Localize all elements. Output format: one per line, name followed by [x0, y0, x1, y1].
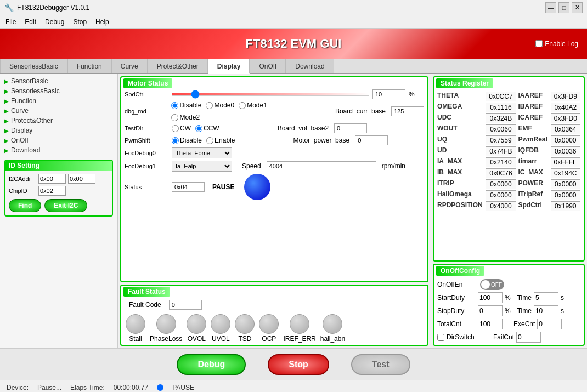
speed-input[interactable]: [267, 161, 376, 171]
radio-pwm-disable-input[interactable]: [172, 137, 179, 144]
radio-pwm-disable[interactable]: Disable: [172, 137, 202, 144]
spdctrl-value[interactable]: [372, 89, 405, 99]
speed-label: Speed: [242, 162, 261, 170]
sidebar-item-display[interactable]: ▶ Display: [2, 126, 115, 135]
fault-iref-err: IREF_ERR: [283, 314, 315, 343]
menu-edit[interactable]: Edit: [25, 18, 36, 26]
onoff-config-title: OnOffConfig: [436, 266, 484, 276]
radio-mode0-input[interactable]: [206, 102, 213, 109]
status-value[interactable]: [172, 182, 205, 192]
radio-pwm-enable-input[interactable]: [206, 137, 213, 144]
tab-function[interactable]: Function: [67, 59, 111, 73]
sidebar-item-download[interactable]: ▶ Download: [2, 145, 115, 155]
start-time-label: Time: [517, 294, 532, 302]
device-value: Pause...: [37, 384, 61, 391]
status-bar: Device: Pause... Elaps Time: 00:00:00.77…: [0, 380, 587, 392]
sidebar-item-curve[interactable]: ▶ Curve: [2, 106, 115, 116]
title-bar: 🔧 FT8132Debugger V1.0.1 — □ ✕: [0, 0, 587, 15]
reg-timarr-value: 0xFFFE: [551, 157, 580, 167]
motor-power-input[interactable]: [355, 135, 388, 145]
chip-id-input[interactable]: [38, 186, 66, 196]
focdebug0-select[interactable]: Theta_Eome Ia_Ealp: [172, 147, 232, 158]
reg-spdctrl-label: SpdCtrl: [518, 201, 549, 211]
fault-inner: Fault Code: [121, 298, 427, 314]
radio-cw[interactable]: CW: [172, 124, 191, 132]
start-duty-input[interactable]: [478, 292, 503, 303]
radio-ccw[interactable]: CCW: [195, 124, 219, 132]
total-cnt-input[interactable]: [478, 319, 503, 329]
fault-uvol: UVOL: [211, 314, 230, 343]
radio-ccw-input[interactable]: [195, 125, 202, 132]
menu-stop[interactable]: Stop: [73, 18, 87, 26]
radio-mode2-input[interactable]: [171, 114, 178, 121]
tab-onoff[interactable]: OnOff: [250, 59, 286, 73]
reg-rpdposition-value: 0x4000: [486, 201, 516, 211]
board-curr-input[interactable]: [391, 106, 424, 116]
sidebar-item-sensor-basic[interactable]: ▶ SensorBasic: [2, 76, 115, 86]
fault-label-hall-abn: hall_abn: [320, 335, 345, 343]
close-button[interactable]: ✕: [572, 2, 583, 13]
reg-ic-max-value: 0x194C: [551, 168, 580, 178]
radio-mode0[interactable]: Mode0: [206, 101, 234, 109]
status-text: PAUSE: [172, 384, 194, 391]
reg-ia-max-value: 0x2140: [486, 157, 516, 167]
sidebar-item-protect-other[interactable]: ▶ Protect&Other: [2, 116, 115, 126]
radio-mode2[interactable]: Mode2: [171, 113, 200, 121]
tab-display[interactable]: Display: [208, 59, 250, 74]
enable-log-checkbox[interactable]: [535, 40, 543, 47]
board-vol-input[interactable]: [334, 123, 367, 133]
test-button[interactable]: Test: [351, 354, 410, 375]
tab-protect-other[interactable]: Protect&Other: [148, 59, 208, 73]
radio-mode1-input[interactable]: [239, 102, 246, 109]
reg-ia-max-label: IA_MAX: [437, 157, 483, 167]
stop-time-input[interactable]: [534, 305, 558, 316]
minimize-button[interactable]: —: [545, 2, 556, 13]
menu-file[interactable]: File: [5, 18, 16, 26]
fault-circle-phase-loss: [156, 314, 176, 334]
sidebar-label-onoff: OnOff: [11, 137, 29, 144]
id-setting-box: ID Setting I2CAddr ChipID Find Exit I2C: [4, 160, 113, 217]
menu-help[interactable]: Help: [95, 18, 109, 26]
debug-button[interactable]: Debug: [177, 354, 246, 375]
start-duty-unit: %: [505, 294, 511, 302]
focdebug1-select[interactable]: Ia_Ealp Theta_Eome: [172, 161, 232, 172]
reg-grid: THETA 0x0CC7 IAAREF 0x3FD9 OMEGA 0x1116 …: [434, 89, 584, 213]
radio-disable-input[interactable]: [171, 102, 178, 109]
total-cnt-label: TotalCnt: [437, 320, 476, 328]
fault-lights: Stall PhaseLoss OVOL UVOL: [121, 314, 427, 345]
radio-disable[interactable]: Disable: [171, 101, 201, 109]
fail-cnt-input[interactable]: [516, 332, 541, 343]
tab-curve[interactable]: Curve: [111, 59, 148, 73]
menu-debug[interactable]: Debug: [45, 18, 64, 26]
i2c-addr-input1[interactable]: [38, 174, 66, 184]
sidebar-item-onoff[interactable]: ▶ OnOff: [2, 135, 115, 145]
expand-icon3: ▶: [4, 98, 9, 104]
start-duty-label: StartDuty: [437, 294, 476, 302]
i2c-addr-input2[interactable]: [68, 174, 95, 184]
expand-icon7: ▶: [4, 138, 9, 144]
radio-cw-input[interactable]: [172, 125, 179, 132]
onoff-config-header: OnOffConfig: [434, 265, 584, 277]
sidebar-item-function[interactable]: ▶ Function: [2, 96, 115, 106]
stop-duty-input[interactable]: [478, 305, 503, 316]
exe-cnt-input[interactable]: [537, 319, 562, 329]
title-bar-controls[interactable]: — □ ✕: [545, 2, 583, 13]
onoff-toggle[interactable]: OFF: [480, 279, 504, 290]
pwmshift-radios: Disable Enable: [172, 137, 235, 144]
maximize-button[interactable]: □: [558, 2, 569, 13]
start-time-input[interactable]: [534, 292, 558, 303]
tab-sensorless-basic[interactable]: SensorlessBasic: [0, 59, 67, 73]
fault-code-input[interactable]: [169, 300, 202, 310]
dir-switch-checkbox[interactable]: [437, 334, 444, 341]
reg-itrip-value: 0x0000: [486, 179, 516, 189]
stop-button[interactable]: Stop: [268, 354, 329, 375]
exe-cnt-label: ExeCnt: [513, 320, 535, 328]
find-button[interactable]: Find: [9, 199, 41, 212]
tab-download[interactable]: Download: [286, 59, 334, 73]
radio-mode1[interactable]: Mode1: [239, 101, 267, 109]
exit-i2c-button[interactable]: Exit I2C: [44, 199, 87, 212]
radio-pwm-enable[interactable]: Enable: [206, 137, 235, 144]
fault-label-ovol: OVOL: [188, 335, 206, 343]
spdctrl-slider[interactable]: [172, 93, 369, 96]
sidebar-item-sensorless-basic[interactable]: ▶ SensorlessBasic: [2, 86, 115, 96]
